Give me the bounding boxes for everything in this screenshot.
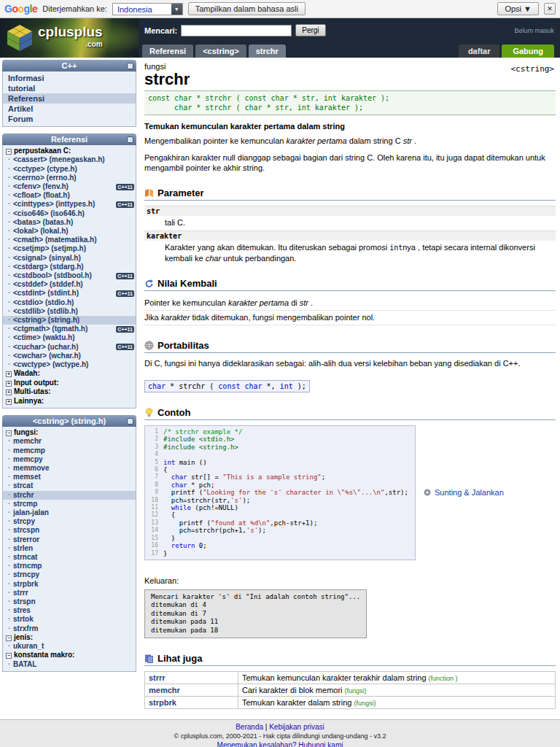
sidebar-header-link[interactable]: <cwchar> (wchar.h) [3,352,136,360]
intro-paragraph: Mengembalikan pointer ke kemunculan kara… [144,136,556,146]
sidebar-group-clibrary[interactable]: perpustakaan C: [3,147,136,155]
sidebar-header-link[interactable]: <cuchar> (uchar.h)C++11 [3,343,136,352]
search-input[interactable] [181,25,292,36]
collapse-expander-icon[interactable] [6,635,12,641]
sidebar-header-link[interactable]: <cstdarg> (stdarg.h) [3,263,136,271]
sidebar-function-link[interactable]: strcpy [3,517,136,526]
sidebar-header-link[interactable]: <cfloat> (float.h) [3,191,136,200]
sidebar-type-link[interactable]: ukuran_t [3,642,136,651]
sidebar-function-link[interactable]: jalan-jalan [3,508,136,517]
sidebar-header-link[interactable]: <cfenv> (fenv.h)C++11 [3,182,136,191]
see-also-link[interactable]: memchr [149,686,180,694]
sidebar-function-link[interactable]: strlen [3,544,136,553]
sidebar-item-forum[interactable]: Forum [3,114,136,124]
sidebar-section-cstring-header[interactable]: <cstring> (string.h) [2,415,136,427]
expand-icon[interactable] [6,371,12,377]
site-header: cplusplus .com Mencari: Pergi Belum masu… [0,18,560,58]
collapse-expander-icon[interactable] [6,653,12,659]
sidebar-header-link[interactable]: <cstdio> (stdio.h) [3,298,136,307]
sidebar-function-link[interactable]: strcspn [3,526,136,535]
sidebar-function-link[interactable]: strtok [3,615,136,624]
sidebar-item-informasi[interactable]: Informasi [3,73,136,83]
sidebar-header-link[interactable]: <cctype> (ctype.h) [3,165,136,174]
tab-referensi[interactable]: Referensi [142,44,193,58]
sidebar-function-link[interactable]: strncmp [3,562,136,570]
see-also-link[interactable]: strpbrk [149,698,176,707]
collapse-expander-icon[interactable] [6,149,12,155]
show-original-button[interactable]: Tampilkan dalam bahasa asli [188,2,306,15]
sidebar-function-link[interactable]: strcmp [3,500,136,508]
sidebar-header-link[interactable]: <csignal> (sinyal.h) [3,254,136,263]
sidebar-function-link[interactable]: stres [3,606,136,615]
sidebar-header-link[interactable]: <cstdlib> (stdlib.h) [3,307,136,316]
register-button[interactable]: daftar [459,44,500,58]
search-go-button[interactable]: Pergi [295,24,325,36]
sidebar-function-link[interactable]: memchr [3,437,136,446]
sidebar-function-link[interactable]: memcpy [3,455,136,464]
sidebar-function-link[interactable]: memmove [3,464,136,473]
language-selector[interactable]: Indonesia ▼ [112,3,183,15]
join-button[interactable]: Gabung [502,44,554,58]
sidebar-item-artikel[interactable]: Artikel [3,104,136,114]
cplusplus-logo[interactable]: cplusplus .com [0,18,139,58]
sidebar-group-macros[interactable]: konstanta makro: [3,651,136,659]
sidebar-header-link[interactable]: <ctime> (waktu.h) [3,333,136,342]
sidebar-header-link[interactable]: <lokal> (lokal.h) [3,227,136,236]
see-also-link[interactable]: strrr [149,673,166,682]
sidebar-header-link[interactable]: <ctgmath> (tgmath.h)C++11 [3,325,136,333]
options-button[interactable]: Opsi ▼ [497,2,539,15]
sidebar-header-link[interactable]: <cwctype> (wctype.h) [3,360,136,369]
sidebar-function-link[interactable]: strspn [3,597,136,606]
sidebar-function-link-strchr[interactable]: strchr [3,491,136,500]
edit-run-button[interactable]: Sunting & Jalankan [423,488,504,497]
sidebar-group-functions[interactable]: fungsi: [3,428,136,437]
sidebar-section-reference-header[interactable]: Referensi [2,133,136,145]
sidebar-header-link[interactable]: <cassert> (menegaskan.h) [3,155,136,164]
footer-link-privacy[interactable]: Kebijakan privasi [269,723,324,731]
sidebar-header-link[interactable]: <ciso646> (iso646.h) [3,209,136,218]
sidebar-function-link[interactable]: memcmp [3,446,136,455]
expand-icon[interactable] [6,390,12,395]
dropdown-arrow-icon[interactable]: ▼ [171,4,182,15]
tab-cstring[interactable]: <cstring> [195,44,246,58]
sidebar-group-input-output[interactable]: Input output: [3,379,136,387]
cpp11-badge: C++11 [116,201,134,208]
sidebar-section-cpp-header[interactable]: C++ [2,60,136,71]
sidebar-header-link[interactable]: <cstdbool> (stdbool.h)C++11 [3,271,136,280]
sidebar-function-link[interactable]: strcat [3,481,136,490]
sidebar-function-link[interactable]: strerror [3,535,136,544]
sidebar-group-types[interactable]: jenis: [3,633,136,642]
sidebar-header-link[interactable]: <cinttypes> (inttypes.h)C++11 [3,200,136,209]
sidebar-group-containers[interactable]: Wadah: [3,369,136,378]
collapse-icon[interactable] [127,63,133,69]
tab-strchr[interactable]: strchr [249,44,286,58]
sidebar-header-link-cstring[interactable]: <cstring> (string.h) [3,316,136,325]
sidebar-function-link[interactable]: strpbrk [3,580,136,589]
sidebar-header-link[interactable]: <csetjmp> (setjmp.h) [3,244,136,253]
footer-link-contact[interactable]: Menemukan kesalahan? Hubungi kami [217,741,343,747]
header-reference[interactable]: <cstring> [510,64,554,74]
expand-icon[interactable] [6,381,12,387]
sidebar-item-tutorial[interactable]: tutorial [3,83,136,93]
sidebar-header-link[interactable]: <cstddef> (stddef.h) [3,280,136,289]
sidebar-header-link[interactable]: <cstdint> (stdint.h)C++11 [3,289,136,298]
sidebar-group-multithreading[interactable]: Multi-utas: [3,387,136,396]
sidebar-function-link[interactable]: strrr [3,589,136,597]
sidebar-function-link[interactable]: memset [3,473,136,481]
collapse-icon[interactable] [127,136,133,143]
sidebar-macro-link[interactable]: BATAL [3,660,136,669]
collapse-icon[interactable] [127,418,133,425]
sidebar-function-link[interactable]: strxfrm [3,624,136,633]
sidebar-header-link[interactable]: <cerrno> (errno.h) [3,174,136,182]
sidebar-function-link[interactable]: strncpy [3,570,136,579]
sidebar-group-other[interactable]: Lainnya: [3,397,136,406]
sidebar-header-link[interactable]: <batas> (batas.h) [3,218,136,227]
footer-link-home[interactable]: Beranda [236,723,263,731]
close-icon[interactable]: ✕ [544,3,556,15]
sidebar-function-link[interactable]: strncat [3,553,136,562]
sidebar-header-link[interactable]: <cmath> (matematika.h) [3,236,136,244]
translated-to-label: Diterjemahkan ke: [42,4,107,13]
collapse-expander-icon[interactable] [6,430,12,436]
expand-icon[interactable] [6,399,12,405]
sidebar-item-referensi[interactable]: Referensi [3,93,136,104]
